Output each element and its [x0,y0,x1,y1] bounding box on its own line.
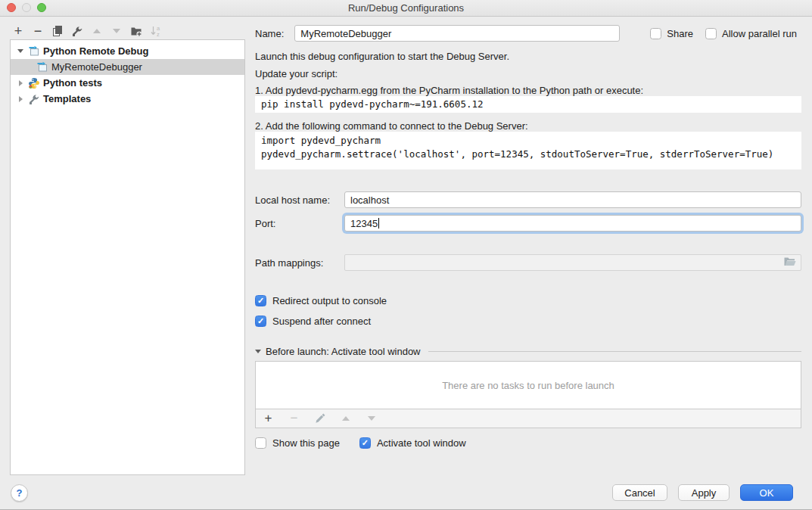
redirect-output-label: Redirect output to console [272,295,387,306]
remove-task-icon[interactable]: − [288,411,300,426]
suspend-after-connect-checkbox[interactable]: ✓ [255,316,266,327]
move-task-up-icon[interactable] [340,416,351,421]
remote-debug-config-icon [36,61,48,73]
page-options-row: Show this page ✓ Activate tool window [255,437,801,449]
before-launch-title: Before launch: Activate tool window [266,346,421,357]
activate-tool-window-checkbox[interactable]: ✓ [359,437,371,449]
question-mark-icon: ? [17,487,23,499]
settrace-code: import pydevd_pycharm pydevd_pycharm.set… [255,132,801,169]
traffic-lights [7,3,46,12]
run-debug-configurations-dialog: Run/Debug Configurations + − az Python R… [0,0,812,510]
apply-button[interactable]: Apply [678,484,730,501]
tree-item-myremotedebugger[interactable]: MyRemoteDebugger [11,59,244,75]
instruction-step-1: 1. Add pydevd-pycharm.egg from the PyCha… [255,85,801,96]
tree-item-label: MyRemoteDebugger [51,61,142,73]
svg-text:z: z [157,31,160,38]
sort-icon[interactable]: az [150,25,162,37]
show-this-page-checkbox[interactable] [255,437,266,449]
move-down-icon[interactable] [110,25,123,37]
name-label: Name: [255,28,284,39]
chevron-down-icon[interactable] [15,49,26,53]
section-divider [428,351,801,352]
edit-templates-icon[interactable] [71,25,83,37]
cancel-button[interactable]: Cancel [612,484,667,501]
remote-debug-config-icon [28,45,40,58]
help-button[interactable]: ? [11,484,28,502]
local-host-row: Local host name: [255,191,801,208]
ok-button[interactable]: OK [740,484,793,501]
allow-parallel-run-label: Allow parallel run [722,28,797,39]
port-input[interactable] [344,215,801,232]
tree-item-label: Python Remote Debug [43,45,148,57]
edit-task-icon[interactable] [314,413,325,424]
before-launch-task-list[interactable]: There are no tasks to run before launch [255,361,801,409]
python-tests-icon [28,77,40,89]
path-mappings-label: Path mappings: [255,257,344,269]
configuration-editor: Name: Share Allow parallel run Launch th… [255,23,801,449]
share-checkbox[interactable] [650,28,661,39]
move-task-down-icon[interactable] [366,416,377,421]
tree-item-templates[interactable]: Templates [11,91,244,107]
collapse-icon[interactable] [255,350,261,353]
window-title: Run/Debug Configurations [348,2,464,14]
tree-item-python-tests[interactable]: Python tests [11,75,244,91]
pip-install-code: pip install pydevd-pycharm~=191.6605.12 [255,96,801,113]
name-input[interactable] [294,25,620,42]
suspend-after-connect-row: ✓ Suspend after connect [255,315,801,327]
share-label: Share [667,28,693,39]
path-mappings-row: Path mappings: [255,254,801,271]
add-task-icon[interactable]: + [263,411,274,426]
chevron-right-icon[interactable] [15,96,26,102]
redirect-output-row: ✓ Redirect output to console [255,294,801,306]
check-icon: ✓ [257,317,264,325]
before-launch-header[interactable]: Before launch: Activate tool window [255,346,801,357]
text-caret [378,218,379,229]
local-host-input[interactable] [344,191,801,208]
move-up-icon[interactable] [91,25,103,37]
wrench-icon [28,93,40,105]
dialog-buttons: Cancel Apply OK [612,484,793,501]
tree-item-python-remote-debug[interactable]: Python Remote Debug [11,43,244,59]
remove-icon[interactable]: − [32,25,44,37]
configurations-tree: Python Remote Debug MyRemoteDebugger Pyt… [10,39,245,475]
allow-parallel-run-checkbox[interactable] [705,28,717,39]
redirect-output-checkbox[interactable]: ✓ [255,295,266,306]
zoom-window-icon[interactable] [37,3,46,12]
name-row: Name: Share Allow parallel run [255,25,801,42]
configurations-toolbar: + − az [12,23,162,39]
port-label: Port: [255,218,344,229]
tree-item-label: Python tests [43,77,102,89]
instruction-line-2: Update your script: [255,68,801,79]
share-checkbox-group: Share [650,28,693,39]
check-icon: ✓ [257,297,264,305]
title-bar: Run/Debug Configurations [0,0,812,17]
settrace-code-line-1: import pydevd_pycharm [261,134,795,148]
close-window-icon[interactable] [7,3,16,12]
activate-tool-window-label: Activate tool window [377,437,466,449]
empty-tasks-message: There are no tasks to run before launch [442,380,614,391]
suspend-after-connect-label: Suspend after connect [272,316,371,327]
tree-item-label: Templates [43,93,91,104]
minimize-window-icon[interactable] [22,3,31,12]
before-launch-toolbar: + − [255,409,801,428]
add-icon[interactable]: + [12,25,24,37]
chevron-right-icon[interactable] [15,80,26,86]
copy-icon[interactable] [51,25,64,37]
settrace-code-line-2: pydevd_pycharm.settrace('localhost', por… [261,148,795,161]
local-host-label: Local host name: [255,194,344,206]
port-row: Port: [255,215,801,232]
instruction-step-2: 2. Add the following command to connect … [255,120,801,132]
instruction-line-1: Launch this debug configuration to start… [255,51,801,62]
new-folder-icon[interactable] [130,25,142,37]
show-this-page-label: Show this page [272,437,340,449]
path-mappings-input[interactable] [344,254,801,271]
allow-parallel-checkbox-group: Allow parallel run [705,28,797,39]
check-icon: ✓ [362,439,369,447]
browse-folder-icon[interactable] [783,257,797,269]
